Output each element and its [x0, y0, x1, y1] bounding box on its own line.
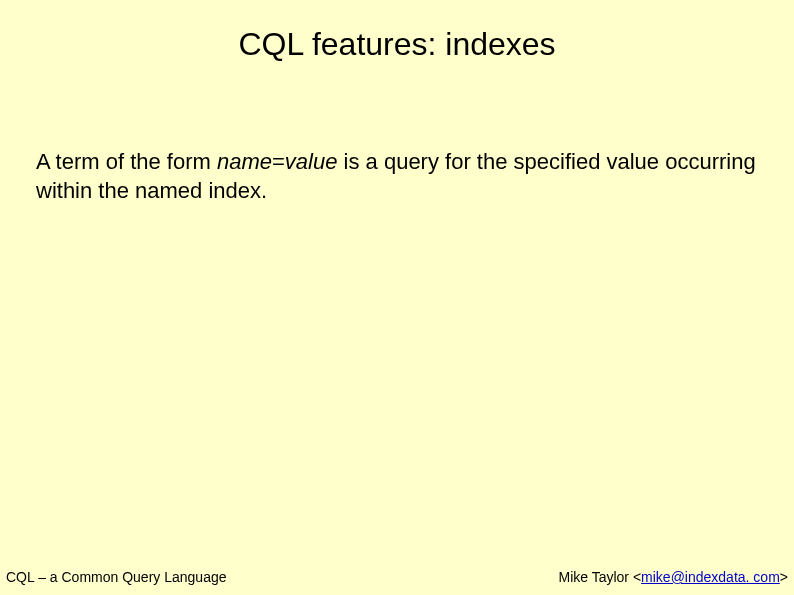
angle-close: >: [780, 569, 788, 585]
footer-author: Mike Taylor: [558, 569, 632, 585]
body-text-pre: A term of the form: [36, 149, 217, 174]
footer-email-link[interactable]: mike@indexdata. com: [641, 569, 780, 585]
body-name-italic: name: [217, 149, 272, 174]
body-eq: =: [272, 149, 285, 174]
angle-open: <: [633, 569, 641, 585]
footer-right: Mike Taylor <mike@indexdata. com>: [558, 569, 788, 585]
slide-title: CQL features: indexes: [0, 26, 794, 63]
footer-left: CQL – a Common Query Language: [6, 569, 227, 585]
slide-body: A term of the form name=value is a query…: [36, 148, 758, 205]
body-value-italic: value: [285, 149, 338, 174]
slide: CQL features: indexes A term of the form…: [0, 0, 794, 595]
